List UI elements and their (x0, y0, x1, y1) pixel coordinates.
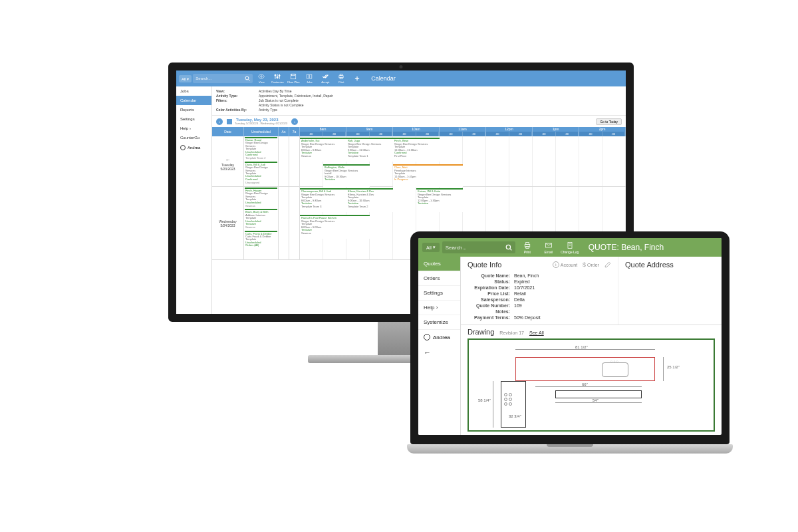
add-button[interactable] (350, 75, 364, 82)
email-button[interactable]: Email (539, 241, 558, 254)
floorplan-button[interactable]: Floor Plan (286, 73, 301, 84)
sidebar-item-settings[interactable]: Settings (418, 286, 460, 301)
pencil-icon (604, 261, 611, 268)
print-button[interactable]: Print (334, 73, 348, 84)
collapse-icon[interactable]: ← (213, 157, 242, 163)
changelog-button[interactable]: Change Log (561, 241, 579, 254)
info-row: Payment Terms:50% Deposit (467, 315, 611, 321)
account-button[interactable]: +Account (553, 261, 577, 268)
calendar-event[interactable]: Chen, MattPenelope InteriorsTemplate11:3… (393, 164, 463, 188)
unscheduled-event[interactable]: Cutts, Frank & DebbieCutts Frank & Debbi… (245, 231, 277, 249)
date-range: Tuesday, 5/23/2023 - Wednesday, 6/21/202… (235, 122, 287, 125)
quote-sidebar: Quotes Orders Settings Help › Systemize … (418, 257, 461, 435)
accept-button[interactable]: Accept (318, 73, 332, 84)
header-hour: 1pm:00:30 (533, 127, 579, 136)
see-all-link[interactable]: See All (529, 331, 544, 335)
sidebar-item-orders[interactable]: Orders (418, 271, 460, 286)
book-icon (306, 73, 313, 80)
dim-line (555, 402, 642, 403)
calendar-event[interactable]: Anderholm, KaiGinger Bee Design Services… (300, 138, 346, 162)
sidebar-item-jobs[interactable]: Jobs (176, 86, 211, 96)
early-column (279, 187, 289, 259)
document-icon (566, 241, 574, 249)
info-label: Notes: (467, 309, 514, 314)
collapse-sidebar-button[interactable]: ← (418, 344, 460, 360)
calendar-event[interactable]: Hannah's Pool House KitchenGinger Bee De… (300, 215, 370, 239)
calendar-event[interactable]: Ellena, Karsten & DevEllena, Karsten & D… (346, 188, 393, 212)
sidebar-item-settings[interactable]: Settings (176, 114, 211, 124)
sidebar-item-calendar[interactable]: Calendar (176, 96, 211, 105)
quote-topbar: All ▾ Search... Print Email Change Log Q… (418, 238, 722, 257)
eye-icon (258, 73, 265, 80)
unscheduled-event[interactable]: Davis, Bill & JudiGinger Bee Design Serv… (245, 162, 277, 186)
printer-icon (338, 73, 344, 80)
sidebar-item-quotes[interactable]: Quotes (418, 257, 460, 271)
print-button[interactable]: Print (518, 241, 537, 254)
prev-button[interactable]: ‹ (216, 118, 223, 125)
info-value: Della (514, 297, 525, 302)
sidebar-item-systemize[interactable]: Systemize (418, 315, 460, 330)
svg-rect-10 (292, 74, 295, 76)
save-icon (290, 73, 297, 80)
svg-point-7 (277, 76, 278, 78)
order-button[interactable]: $Order (583, 261, 599, 268)
calendar-event[interactable]: Charmayanan, Bill & JodiGinger Bee Desig… (300, 188, 346, 212)
scope-dropdown[interactable]: All ▾ (422, 243, 440, 252)
info-label: Price List: (467, 291, 514, 296)
info-label: Salesperson: (467, 297, 514, 302)
info-row: Quote Number:169 (467, 303, 611, 309)
info-value: Expired (514, 279, 530, 284)
scope-dropdown[interactable]: All ▾ (179, 75, 192, 82)
unscheduled-event[interactable]: Finch, HarperGinger Bee Design ServicesT… (245, 188, 277, 208)
chevron-right-icon: › (190, 126, 191, 130)
calendar-event[interactable]: Kaisan, Wil & KatieGinger Bee Design Ser… (416, 188, 463, 212)
goto-today-button[interactable]: Go to Today (596, 118, 622, 125)
info-value: 50% Deposit (514, 315, 541, 320)
unscheduled-column: Finch, HarperGinger Bee Design ServicesT… (244, 187, 279, 259)
info-row: Price List:Retail (467, 291, 611, 297)
faucet-dots: ○ ○ ○ (610, 359, 618, 363)
edit-button[interactable] (604, 261, 611, 268)
sidebar-user[interactable]: Andrea (176, 142, 211, 153)
calendar-event[interactable]: Roh, JugoGinger Bee Design ServicesTempl… (346, 138, 393, 162)
calendar-sidebar: Jobs Calendar Reports Settings Help › Co… (176, 86, 212, 314)
hours-column: Anderholm, KaiGinger Bee Design Services… (300, 136, 626, 186)
sidebar-user[interactable]: Andrea (418, 330, 460, 344)
calendar-icon[interactable] (227, 119, 232, 124)
dim-right: 25 1/2" (667, 365, 680, 369)
sidebar-item-help[interactable]: Help › (176, 124, 211, 133)
calendar-filters: View:Activities Day By Time Activity Typ… (212, 86, 626, 115)
sidebar-item-reports[interactable]: Reports (176, 105, 211, 114)
drawing-title: Drawing (467, 328, 494, 336)
search-input[interactable]: Search... (442, 241, 515, 253)
quote-panels: Quote Info +Account $Order Quote Name:Be… (461, 257, 722, 325)
search-icon (245, 76, 250, 81)
calendar-datebar: ‹ Tuesday, May 23, 2023 Tuesday, 5/23/20… (212, 115, 626, 127)
header-hour: 10am:00:30 (393, 127, 440, 136)
info-label: Quote Name: (467, 273, 514, 278)
chevron-right-icon: › (436, 305, 438, 311)
sidebar-item-countergo[interactable]: CounterGo (176, 133, 211, 142)
header-unscheduled: Unscheduled (244, 127, 279, 136)
early-column (289, 187, 300, 259)
view-button[interactable]: View (254, 73, 269, 84)
header-early: 7a (289, 127, 300, 136)
info-label: Expiration Date: (467, 285, 514, 290)
header-hour: 9am:00:30 (346, 127, 393, 136)
panel-title: Quote Address (625, 261, 674, 269)
info-label: Status: (467, 279, 514, 284)
unscheduled-event[interactable]: Dawar, RaoulGinger Bee Design ServicesTe… (245, 137, 277, 161)
calendar-event[interactable]: Finch, BeanGinger Bee Design ServicesTem… (393, 138, 440, 162)
chevron-down-icon: ▾ (187, 77, 189, 81)
sidebar-item-help[interactable]: Help › (418, 301, 460, 315)
jobs-button[interactable]: Jobs (302, 73, 317, 84)
next-button[interactable]: › (291, 118, 298, 125)
search-input[interactable]: Search... (193, 74, 253, 83)
unscheduled-event[interactable]: Bram, Barry & BethAddison InteriorsTempl… (245, 209, 277, 229)
quote-app-screen: All ▾ Search... Print Email Change Log Q… (418, 238, 722, 435)
drawing-canvas[interactable]: ○ ○ ○ 81 1/2" (467, 338, 715, 432)
calendar-event[interactable]: Buffington, WolfeGinger Bee Design Servi… (323, 164, 370, 188)
header-hour: 8am:00:30 (300, 127, 346, 136)
customize-button[interactable]: Customize (270, 73, 285, 84)
printer-icon (523, 241, 531, 249)
